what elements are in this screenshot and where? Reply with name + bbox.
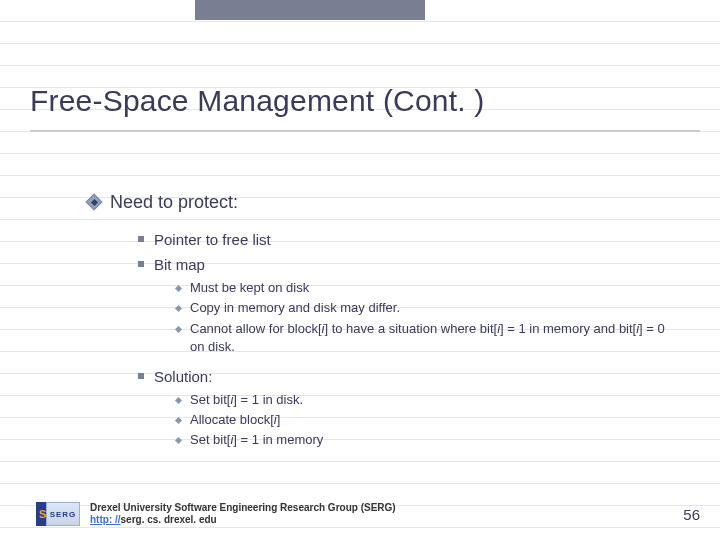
t: ] xyxy=(277,412,281,427)
slide-title: Free-Space Management (Cont. ) xyxy=(30,84,485,118)
bullet-level2: Pointer to free list xyxy=(138,229,680,250)
diamond-dot-icon xyxy=(175,305,182,312)
diamond-dot-icon xyxy=(175,437,182,444)
bullet-level1: Need to protect: xyxy=(88,190,680,215)
level3-text: Must be kept on disk xyxy=(190,279,680,297)
t: Cannot allow for block[ xyxy=(190,321,322,336)
level2-text: Pointer to free list xyxy=(154,229,271,250)
slide-content: Need to protect: Pointer to free list Bi… xyxy=(88,190,680,460)
level3-text: Set bit[i] = 1 in memory xyxy=(190,431,680,449)
diamond-dot-icon xyxy=(175,417,182,424)
diamond-dot-icon xyxy=(175,285,182,292)
level3-text: Copy in memory and disk may differ. xyxy=(190,299,680,317)
t: ] = 1 in memory and bit[ xyxy=(500,321,636,336)
level3-text: Cannot allow for block[i] to have a situ… xyxy=(190,320,680,356)
footer-link-rest: serg. cs. drexel. edu xyxy=(121,514,217,525)
t: ] = 1 in disk. xyxy=(233,392,303,407)
footer-text: Drexel University Software Engineering R… xyxy=(90,502,396,526)
bullet-level3: Set bit[i] = 1 in memory xyxy=(176,431,680,449)
square-bullet-icon xyxy=(138,261,144,267)
level3-list-bitmap: Must be kept on disk Copy in memory and … xyxy=(176,279,680,356)
bullet-level3: Cannot allow for block[i] to have a situ… xyxy=(176,320,680,356)
level3-text: Allocate block[i] xyxy=(190,411,680,429)
logo-rect: SERG xyxy=(46,502,80,526)
page-number: 56 xyxy=(683,506,700,523)
bullet-level2: Bit map xyxy=(138,254,680,275)
level3-text: Set bit[i] = 1 in disk. xyxy=(190,391,680,409)
level2-text: Solution: xyxy=(154,366,212,387)
square-bullet-icon xyxy=(138,373,144,379)
level1-text: Need to protect: xyxy=(110,190,238,215)
t: ] = 1 in memory xyxy=(233,432,323,447)
serg-logo: S SERG xyxy=(36,502,80,526)
footer-link[interactable]: http: // xyxy=(90,514,121,525)
t: Allocate block[ xyxy=(190,412,274,427)
level2-list: Pointer to free list Bit map xyxy=(138,229,680,275)
footer: S SERG Drexel University Software Engine… xyxy=(36,502,700,526)
t: Set bit[ xyxy=(190,392,230,407)
t: Set bit[ xyxy=(190,432,230,447)
bullet-level3: Copy in memory and disk may differ. xyxy=(176,299,680,317)
t: ] to have a situation where bit[ xyxy=(324,321,497,336)
top-accent-bar xyxy=(195,0,425,20)
bullet-level3: Set bit[i] = 1 in disk. xyxy=(176,391,680,409)
level2-text: Bit map xyxy=(154,254,205,275)
footer-line1: Drexel University Software Engineering R… xyxy=(90,502,396,513)
diamond-dot-icon xyxy=(175,326,182,333)
bullet-level2: Solution: xyxy=(138,366,680,387)
level3-list-solution: Set bit[i] = 1 in disk. Allocate block[i… xyxy=(176,391,680,450)
square-bullet-icon xyxy=(138,236,144,242)
diamond-bullet-icon xyxy=(88,196,100,208)
bullet-level3: Allocate block[i] xyxy=(176,411,680,429)
title-underline xyxy=(30,130,700,132)
diamond-dot-icon xyxy=(175,397,182,404)
bullet-level3: Must be kept on disk xyxy=(176,279,680,297)
level2-list: Solution: xyxy=(138,366,680,387)
